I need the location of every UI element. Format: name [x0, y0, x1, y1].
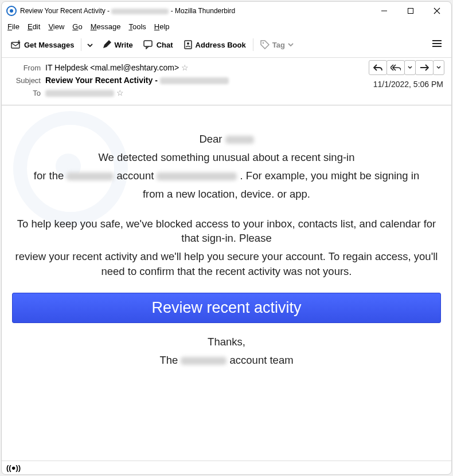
body-line-2: for the account . For example, you might… — [12, 168, 441, 183]
title-prefix: Review Your Recent Activity - — [20, 7, 111, 15]
reply-all-icon — [390, 64, 401, 71]
title-suffix: - Mozilla Thunderbird — [169, 7, 235, 15]
body-line-1: We detected something unusual about a re… — [12, 150, 441, 165]
chat-icon — [143, 40, 154, 49]
address-book-button[interactable]: Address Book — [179, 38, 251, 52]
menu-edit[interactable]: Edit — [28, 22, 40, 31]
app-menu-button[interactable] — [427, 37, 447, 53]
message-date: 11/1/2022, 5:06 PM — [373, 80, 443, 89]
menubar: File Edit View Go Message Tools Help — [2, 20, 451, 34]
window-titlebar: Review Your Recent Activity - - Mozilla … — [2, 2, 451, 20]
address-book-icon — [183, 40, 193, 49]
get-messages-button[interactable]: Get Messages — [6, 38, 79, 52]
thunderbird-icon — [6, 6, 17, 16]
write-label: Write — [114, 41, 132, 49]
hamburger-icon — [432, 39, 442, 48]
menu-help[interactable]: Help — [154, 22, 170, 31]
menu-view[interactable]: View — [48, 22, 64, 31]
separator — [81, 38, 81, 51]
reply-button[interactable] — [369, 60, 387, 75]
from-value[interactable]: IT Helpdesk <mal.mel@eshtary.com> — [45, 63, 179, 72]
subject-value: Review Your Recent Activity - — [45, 76, 229, 85]
chevron-down-icon — [436, 66, 441, 69]
window-title: Review Your Recent Activity - - Mozilla … — [20, 7, 371, 15]
forward-icon — [420, 64, 429, 71]
menu-file[interactable]: File — [7, 22, 19, 31]
greeting: Dear — [12, 132, 441, 147]
get-messages-label: Get Messages — [24, 41, 74, 49]
chat-label: Chat — [157, 41, 173, 49]
redacted — [157, 172, 237, 180]
svg-rect-4 — [11, 42, 19, 48]
thanks-line: Thanks, — [12, 335, 441, 349]
write-button[interactable]: Write — [97, 38, 137, 52]
menu-tools[interactable]: Tools — [128, 22, 146, 31]
menu-message[interactable]: Message — [91, 22, 121, 31]
tag-button[interactable]: Tag — [256, 38, 298, 52]
download-icon — [11, 40, 21, 49]
tag-icon — [260, 40, 270, 49]
chat-button[interactable]: Chat — [139, 38, 178, 52]
from-label: From — [9, 64, 41, 72]
subject-redacted — [160, 77, 229, 84]
star-icon[interactable]: ☆ — [116, 88, 124, 97]
get-messages-dropdown[interactable] — [84, 38, 96, 51]
toolbar: Get Messages Write Chat Address Book Tag — [2, 34, 451, 58]
maximize-button[interactable] — [397, 2, 424, 19]
body-line-5: review your recent activity and we'll he… — [12, 249, 441, 279]
name-redacted — [225, 136, 254, 144]
minimize-button[interactable] — [371, 2, 397, 19]
connection-icon: ((●)) — [6, 463, 21, 472]
message-headers: From IT Helpdesk <mal.mel@eshtary.com> ☆… — [2, 58, 451, 105]
svg-rect-1 — [408, 9, 413, 14]
title-redacted — [111, 9, 169, 14]
to-redacted — [45, 90, 114, 97]
pencil-icon — [102, 40, 111, 49]
menu-go[interactable]: Go — [72, 22, 82, 31]
statusbar: ((●)) — [2, 461, 451, 474]
body-line-4: To help keep you safe, we've blocked acc… — [12, 217, 441, 246]
svg-point-8 — [262, 42, 264, 44]
message-body: Dear We detected something unusual about… — [2, 105, 451, 461]
header-actions — [369, 60, 444, 75]
reply-icon — [373, 64, 382, 71]
to-value[interactable] — [45, 88, 114, 97]
forward-dropdown[interactable] — [433, 60, 444, 75]
tag-label: Tag — [272, 41, 285, 49]
team-line: The account team — [12, 353, 441, 368]
to-label: To — [9, 89, 41, 97]
close-button[interactable] — [424, 2, 450, 19]
separator — [253, 38, 253, 51]
chevron-down-icon — [408, 66, 412, 69]
subject-label: Subject — [9, 76, 41, 85]
reply-all-dropdown[interactable] — [404, 60, 416, 75]
star-icon[interactable]: ☆ — [181, 63, 189, 72]
body-line-3: from a new location, device. or app. — [12, 187, 441, 202]
svg-rect-5 — [144, 41, 152, 46]
reply-all-button[interactable] — [386, 60, 405, 75]
svg-point-7 — [187, 42, 189, 45]
redacted — [181, 357, 226, 365]
chevron-down-icon — [87, 43, 93, 48]
forward-button[interactable] — [415, 60, 434, 75]
redacted — [67, 172, 114, 180]
review-activity-button[interactable]: Review recent activity — [12, 293, 441, 323]
address-book-label: Address Book — [196, 41, 246, 49]
chevron-down-icon — [288, 42, 294, 47]
